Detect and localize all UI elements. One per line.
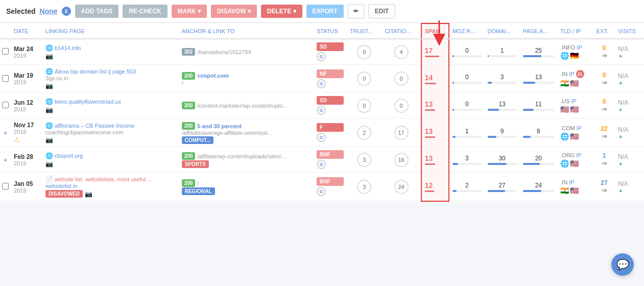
spam-value: 14 [425, 74, 445, 82]
col-moz-r[interactable]: MOZ R... [449, 23, 485, 39]
citation-circle: 0 [394, 72, 409, 86]
table-row: Mar 19 2019 🌐 Alexa top domain list || p… [0, 65, 644, 93]
http-badge: 200 [182, 122, 196, 130]
row-checkbox[interactable] [2, 183, 9, 189]
spam-bar [425, 136, 435, 138]
col-status[interactable]: STATUS [314, 23, 347, 39]
date-year: 2018 [14, 106, 39, 112]
citation-circle: 4 [394, 45, 409, 59]
linking-page-link[interactable]: cbsport.org [55, 153, 83, 159]
date-year: 2019 [14, 79, 39, 85]
globe-icon: 🌐 [45, 44, 53, 52]
domain-value: 27 [498, 182, 505, 189]
col-tld-ip[interactable]: TLD / IP [557, 23, 593, 39]
spam-bar [425, 56, 439, 57]
anchor-path: / [197, 180, 199, 186]
flag-us: 🇺🇸 [570, 186, 579, 195]
export-button[interactable]: EXPORT [306, 5, 344, 18]
trust-circle: 0 [357, 45, 371, 59]
flag-globe: 🌐 [560, 132, 569, 140]
visits-value: N/A [618, 126, 628, 133]
ext-value: 0 [603, 44, 606, 52]
col-date[interactable]: DATE [11, 23, 42, 39]
row-checkbox[interactable] [2, 102, 9, 108]
visits-value: N/A [618, 180, 628, 187]
col-ext[interactable]: EXT. [593, 23, 615, 39]
ext-value: 0 [603, 98, 606, 105]
col-trust[interactable]: TRUST... [347, 23, 381, 39]
camera-icon: 📷 [85, 190, 92, 198]
linking-domain: websitelist.in [45, 183, 176, 189]
anchor-path: /affiliate/wp-content/uploads/sites/... [197, 153, 286, 159]
g-badge: G [317, 79, 326, 88]
spam-cell: 17 [421, 39, 449, 65]
page-icon: 📄 [45, 176, 53, 183]
col-anchor[interactable]: ANCHOR & LINK TO [179, 23, 314, 39]
edit-icon-button[interactable]: ✏ [348, 4, 364, 18]
date-main: Feb 28 [14, 153, 39, 160]
linking-page-link[interactable]: Alexa top domain list || page 503 [55, 68, 136, 75]
page-a-value: 11 [535, 101, 542, 108]
anchor-text[interactable]: cospot.com [197, 73, 229, 79]
page-a-value: 24 [535, 182, 542, 189]
date-main: Mar 24 [14, 45, 39, 53]
citation-circle: 16 [394, 153, 409, 167]
mark-button[interactable]: MARK ▾ [172, 5, 207, 18]
g-badge: G [317, 52, 326, 61]
col-linking-page[interactable]: LINKING PAGE [42, 23, 179, 39]
ext-value: 0 [603, 72, 606, 79]
g-badge: G [317, 187, 326, 196]
tag-compute: COMPUT... [182, 136, 214, 144]
plus-icon[interactable]: + [2, 156, 9, 164]
moz-r-value: 1 [465, 128, 469, 135]
disavow-button[interactable]: DISAVOW ▾ [211, 5, 257, 18]
col-citation[interactable]: CITATIO... [381, 23, 421, 39]
citation-circle: 17 [394, 126, 409, 140]
ext-value: 27 [601, 179, 607, 186]
plus-icon[interactable]: + [2, 129, 9, 137]
linking-page-link[interactable]: affilorama – CB Passive Income [55, 123, 134, 129]
flag-us: 🇺🇸 [570, 159, 579, 168]
top-bar: Selected None 0 ADD TAGS RE-CHECK MARK ▾… [0, 0, 644, 23]
anchor-path: /content-marketer/wp-content/uplo... [197, 103, 287, 109]
ext-arrow: ⇒ [597, 52, 612, 59]
spam-cell: 12 [421, 173, 449, 201]
anchor-text[interactable]: 5 and 30 percent [197, 123, 242, 129]
spam-cell: 13 [421, 118, 449, 147]
col-domain[interactable]: DOMAI... [485, 23, 520, 39]
re-check-button[interactable]: RE-CHECK [123, 5, 167, 18]
row-checkbox[interactable] [2, 48, 9, 55]
col-spam[interactable]: SPAM [421, 23, 449, 39]
none-label[interactable]: None [40, 7, 58, 15]
linking-page-link[interactable]: b1414.info [55, 45, 81, 51]
date-year: 2019 [14, 187, 39, 194]
delete-button[interactable]: DELETE ▾ [261, 5, 302, 18]
col-visits[interactable]: VISITS [615, 23, 644, 39]
flag-us: 🇺🇸 [570, 132, 579, 140]
status-badge-bnf: BNF [317, 177, 344, 186]
moz-r-value: 2 [465, 182, 469, 189]
spam-bar [425, 83, 436, 84]
trend-icon: ▲ [618, 160, 641, 166]
linking-page-link[interactable]: bens.qualityflowerstriad.us [55, 99, 121, 105]
domain-value: 30 [498, 155, 505, 162]
visits-value: N/A [618, 153, 628, 160]
moz-r-value: 0 [465, 47, 469, 54]
status-badge-nf: NF [317, 69, 344, 78]
ext-value: 1 [603, 152, 606, 159]
table-row: Jun 12 2018 🌐 bens.qualityflowerstriad.u… [0, 93, 644, 118]
status-badge-sd: SD [317, 96, 344, 105]
globe-icon: 🌐 [45, 152, 53, 159]
row-checkbox[interactable] [2, 75, 9, 82]
tld-ip-value: .IN IP [560, 71, 575, 77]
domain-value: 3 [500, 74, 504, 81]
flag-us: 🇺🇸 [570, 79, 579, 87]
spam-value: 12 [425, 181, 445, 189]
badge-31: 31 [576, 70, 584, 78]
linking-page-link[interactable]: website list, websitelists, most useful … [55, 176, 152, 182]
edit-button[interactable]: EDIT [368, 4, 395, 18]
col-page-a[interactable]: PAGE A... [520, 23, 557, 39]
g-badge: G [317, 106, 326, 115]
trust-circle: 0 [357, 99, 371, 113]
add-tags-button[interactable]: ADD TAGS [75, 5, 119, 18]
